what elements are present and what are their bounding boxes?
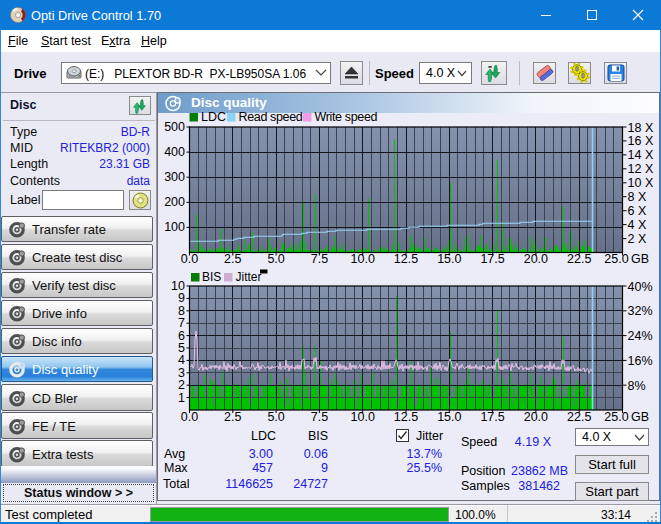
svg-text:2: 2 <box>178 378 185 392</box>
svg-text:Read speed: Read speed <box>239 110 303 124</box>
svg-text:2 X: 2 X <box>628 232 647 246</box>
svg-text:40%: 40% <box>628 280 653 294</box>
svg-text:8 X: 8 X <box>628 190 647 204</box>
svg-text:24%: 24% <box>628 329 653 343</box>
svg-text:25.0: 25.0 <box>604 252 628 266</box>
svg-text:5: 5 <box>178 341 185 355</box>
svg-text:8: 8 <box>178 304 185 318</box>
svg-text:300: 300 <box>164 170 185 184</box>
svg-text:LDC: LDC <box>201 110 226 124</box>
svg-text:7: 7 <box>178 316 185 330</box>
svg-text:GB: GB <box>631 252 649 266</box>
svg-text:400: 400 <box>164 145 185 159</box>
svg-text:4 X: 4 X <box>628 218 647 232</box>
svg-text:3: 3 <box>178 366 185 380</box>
svg-text:18 X: 18 X <box>628 121 654 135</box>
svg-text:16 X: 16 X <box>628 134 654 148</box>
svg-text:14 X: 14 X <box>628 148 654 162</box>
svg-text:100: 100 <box>164 220 185 234</box>
svg-text:1: 1 <box>178 391 185 405</box>
svg-text:32%: 32% <box>628 304 653 318</box>
svg-text:16%: 16% <box>628 354 653 368</box>
svg-text:GB: GB <box>631 410 649 424</box>
svg-text:6: 6 <box>178 329 185 343</box>
svg-text:10 X: 10 X <box>628 176 654 190</box>
svg-text:6 X: 6 X <box>628 204 647 218</box>
svg-text:BIS: BIS <box>202 270 221 284</box>
svg-text:200: 200 <box>164 195 185 209</box>
svg-text:4: 4 <box>178 353 185 367</box>
svg-text:12 X: 12 X <box>628 162 654 176</box>
svg-text:Jitter: Jitter <box>236 270 262 284</box>
svg-text:9: 9 <box>178 291 185 305</box>
svg-text:25.0: 25.0 <box>604 410 628 424</box>
svg-text:Write speed: Write speed <box>315 110 378 124</box>
svg-text:500: 500 <box>164 120 185 134</box>
svg-text:10: 10 <box>171 279 185 293</box>
svg-text:8%: 8% <box>628 379 646 393</box>
